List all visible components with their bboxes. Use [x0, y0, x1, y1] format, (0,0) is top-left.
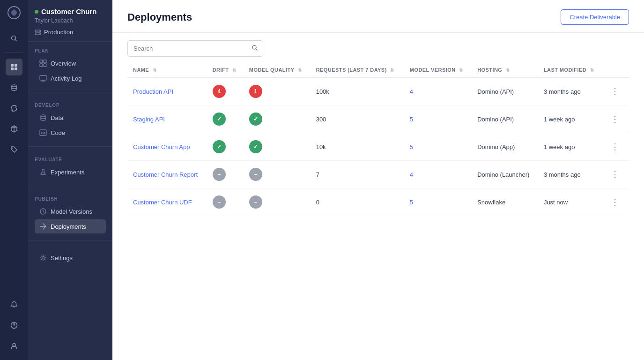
plan-label: PLAN [35, 48, 106, 53]
cell-hosting: Domino (API) [472, 78, 538, 105]
row-actions-button[interactable]: ⋮ [608, 84, 622, 98]
help-icon-btn[interactable] [6, 317, 22, 334]
drift-badge: – [213, 168, 226, 181]
search-button[interactable] [247, 41, 263, 56]
environment-selector[interactable]: Production [35, 29, 106, 36]
cell-modified: 1 week ago [538, 105, 603, 133]
cell-name: Customer Churn App [127, 133, 207, 161]
svg-point-10 [13, 344, 15, 346]
nav-item-data[interactable]: Data [35, 111, 106, 125]
table-row: Customer Churn UDF – – 0 5 Snowflake Jus… [127, 188, 629, 216]
projects-icon-btn[interactable] [6, 59, 22, 75]
app-logo[interactable] [7, 6, 21, 22]
refresh-icon-btn[interactable] [6, 100, 22, 117]
deployments-table-container: NAME ⇅ DRIFT ⇅ MODEL QUALITY ⇅ REQUESTS … [112, 62, 644, 360]
cell-drift: – [207, 161, 244, 188]
row-actions-button[interactable]: ⋮ [608, 195, 622, 209]
svg-rect-5 [15, 68, 17, 70]
deployment-name-link[interactable]: Customer Churn App [133, 143, 190, 150]
version-link[interactable]: 5 [410, 116, 413, 123]
svg-rect-2 [11, 64, 14, 67]
version-link[interactable]: 4 [410, 171, 413, 178]
cell-hosting: Domino (App) [472, 133, 538, 161]
table-header-row: NAME ⇅ DRIFT ⇅ MODEL QUALITY ⇅ REQUESTS … [127, 62, 629, 78]
version-link[interactable]: 5 [410, 199, 413, 206]
svg-rect-16 [44, 60, 46, 63]
clock-icon [39, 208, 47, 215]
cell-name: Customer Churn Report [127, 161, 207, 188]
search-icon-btn[interactable] [6, 30, 22, 47]
cell-version: 4 [404, 78, 472, 105]
deployment-name-link[interactable]: Staging API [133, 116, 165, 123]
monitor-icon [39, 75, 47, 82]
sort-icon-requests: ⇅ [390, 68, 394, 73]
quality-badge: – [249, 168, 262, 181]
drift-badge: ✓ [213, 112, 226, 126]
col-model-quality[interactable]: MODEL QUALITY ⇅ [244, 62, 311, 78]
deployment-name-link[interactable]: Customer Churn Report [133, 171, 198, 178]
row-actions-button[interactable]: ⋮ [608, 112, 622, 126]
database-icon [39, 114, 47, 121]
cell-quality: ✓ [244, 105, 311, 133]
nav-item-model-versions[interactable]: Model Versions [35, 204, 106, 218]
svg-point-13 [39, 30, 40, 31]
create-deliverable-button[interactable]: Create Deliverable [561, 9, 629, 25]
cell-requests: 300 [311, 105, 404, 133]
cell-actions: ⋮ [602, 161, 629, 188]
nav-item-overview[interactable]: Overview [35, 56, 106, 70]
cell-quality: ✓ [244, 133, 311, 161]
version-link[interactable]: 4 [410, 88, 413, 95]
search-icon [252, 45, 258, 51]
nav-item-activity-log[interactable]: Activity Log [35, 71, 106, 85]
svg-rect-19 [40, 75, 46, 80]
drift-badge: – [213, 195, 226, 209]
row-actions-button[interactable]: ⋮ [608, 167, 622, 181]
quality-badge: – [249, 195, 262, 209]
col-hosting[interactable]: HOSTING ⇅ [472, 62, 538, 78]
cell-quality: – [244, 161, 311, 188]
version-link[interactable]: 5 [410, 143, 413, 150]
search-input[interactable] [128, 41, 247, 56]
sort-icon-hosting: ⇅ [506, 68, 510, 73]
drift-badge: 4 [213, 85, 226, 98]
quality-badge: ✓ [249, 112, 262, 126]
sort-icon-drift: ⇅ [232, 68, 236, 73]
content-header: Deployments Create Deliverable [112, 0, 644, 33]
deployment-name-link[interactable]: Production API [133, 88, 173, 95]
nav-item-settings[interactable]: Settings [35, 251, 106, 265]
svg-point-6 [12, 85, 16, 87]
quality-badge: 1 [249, 85, 262, 98]
cell-version: 5 [404, 105, 472, 133]
svg-point-14 [39, 33, 40, 34]
package-icon-btn[interactable] [6, 120, 22, 137]
col-last-modified[interactable]: LAST MODIFIED ⇅ [538, 62, 603, 78]
develop-label: DEVELOP [35, 103, 106, 108]
svg-rect-18 [44, 64, 46, 67]
cell-requests: 100k [311, 78, 404, 105]
cell-name: Staging API [127, 105, 207, 133]
data-icon-btn[interactable] [6, 79, 22, 96]
cell-hosting: Domino (API) [472, 105, 538, 133]
tag-icon-btn[interactable] [6, 141, 22, 158]
col-name[interactable]: NAME ⇅ [127, 62, 207, 78]
svg-point-7 [12, 148, 13, 149]
cell-actions: ⋮ [602, 133, 629, 161]
user-avatar-btn[interactable] [6, 338, 22, 354]
col-drift[interactable]: DRIFT ⇅ [207, 62, 244, 78]
cell-modified: 1 week ago [538, 133, 603, 161]
col-model-version[interactable]: MODEL VERSION ⇅ [404, 62, 472, 78]
row-actions-button[interactable]: ⋮ [608, 140, 622, 154]
cell-quality: 1 [244, 78, 311, 105]
deployment-name-link[interactable]: Customer Churn UDF [133, 199, 192, 206]
svg-point-20 [41, 115, 45, 117]
table-row: Customer Churn App ✓ ✓ 10k 5 Domino (App… [127, 133, 629, 161]
col-requests[interactable]: REQUESTS (LAST 7 DAYS) ⇅ [311, 62, 404, 78]
gear-icon [39, 254, 47, 262]
nav-item-deployments[interactable]: Deployments [35, 219, 106, 233]
cell-actions: ⋮ [602, 188, 629, 216]
drift-badge: ✓ [213, 140, 226, 153]
nav-item-code[interactable]: Code [35, 126, 106, 140]
bell-icon-btn[interactable] [6, 296, 22, 313]
nav-item-experiments[interactable]: Experiments [35, 165, 106, 179]
grid-icon [39, 60, 47, 67]
